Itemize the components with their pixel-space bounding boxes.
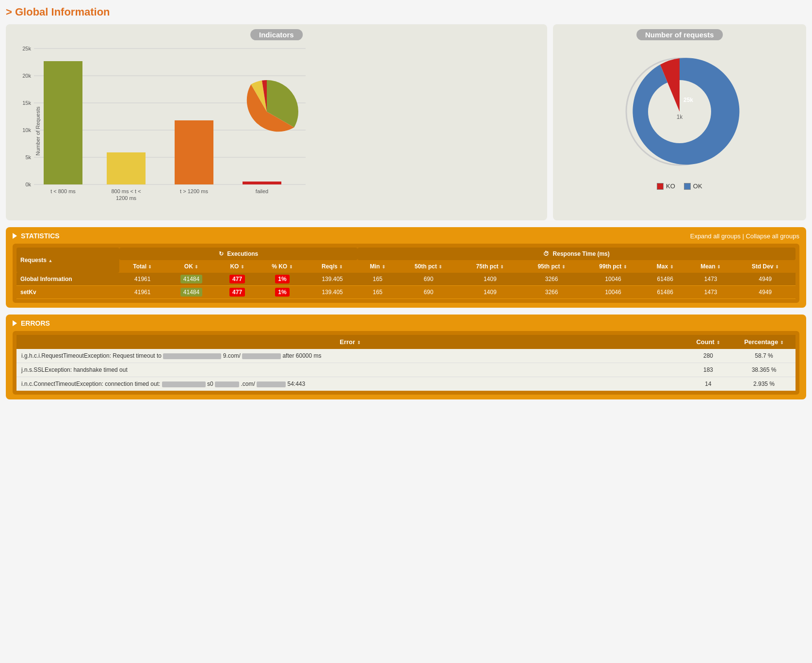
global-reqs: 139.405 (307, 273, 357, 286)
statistics-section: STATISTICS Expand all groups | Collapse … (6, 227, 806, 308)
col-reqs-header[interactable]: Req/s ⇕ (307, 260, 357, 273)
pie-chart-inset (247, 80, 298, 132)
table-row: setKv 41961 41484 477 1% 139.405 165 690… (16, 286, 796, 299)
global-mean: 1473 (686, 273, 735, 286)
y-axis-container: Number of Requests (13, 49, 34, 214)
col-mean-header[interactable]: Mean ⇕ (686, 260, 735, 273)
global-stddev: 4949 (735, 273, 796, 286)
stats-table: Requests ▲ ↻ Executions ⏱ Response Time … (16, 248, 796, 299)
masked-url-3b (215, 381, 239, 387)
error-pct-3: 2.935 % (732, 377, 796, 391)
requests-chart-box: Number of requests 25k 1k KO (553, 24, 806, 220)
title-arrow: > (6, 6, 15, 18)
page-title: > Global Information (6, 6, 806, 18)
stats-expand-icon[interactable] (13, 233, 17, 239)
setkv-reqs: 139.405 (307, 286, 357, 299)
setkv-min: 165 (357, 286, 398, 299)
masked-url-3c (257, 381, 286, 387)
error-count-3: 14 (684, 377, 732, 391)
col-ok-header[interactable]: OK ⇕ (165, 260, 217, 273)
setkv-name: setKv (16, 286, 119, 299)
errors-expand-icon[interactable] (13, 320, 17, 326)
global-total: 41961 (119, 273, 165, 286)
errors-header: ERRORS (13, 319, 799, 327)
bar-failed (243, 182, 281, 184)
svg-text:t > 1200 ms: t > 1200 ms (180, 188, 208, 194)
masked-url-3a (162, 381, 206, 387)
col-max-header[interactable]: Max ⇕ (644, 260, 686, 273)
global-ko: 477 (217, 273, 258, 286)
global-pctko: 1% (258, 273, 308, 286)
ok-badge-2: 41484 (180, 288, 202, 297)
bar-t1200 (175, 120, 213, 184)
setkv-p99: 10046 (583, 286, 644, 299)
col-total-header[interactable]: Total ⇕ (119, 260, 165, 273)
col-p99-header[interactable]: 99th pct ⇕ (583, 260, 644, 273)
statistics-header: STATISTICS Expand all groups | Collapse … (13, 232, 799, 240)
col-error-header[interactable]: Error ⇕ (16, 335, 684, 349)
col-percentage-header[interactable]: Percentage ⇕ (732, 335, 796, 349)
requests-title: Number of requests (636, 29, 723, 40)
list-item: i.g.h.c.i.RequestTimeoutException: Reque… (16, 349, 796, 363)
svg-text:1k: 1k (676, 114, 683, 120)
col-p75-header[interactable]: 75th pct ⇕ (459, 260, 521, 273)
setkv-p95: 3266 (521, 286, 583, 299)
bar-chart-area: Number of Requests 0k 5k 10k 15k 20k 25k (13, 49, 540, 214)
charts-row: Indicators Number of Requests 0k 5k 10k … (6, 24, 806, 220)
setkv-max: 61486 (644, 286, 686, 299)
pctko-badge: 1% (275, 275, 289, 283)
col-p95-header[interactable]: 95th pct ⇕ (521, 260, 583, 273)
svg-text:1200 ms: 1200 ms (116, 195, 137, 201)
bar-chart-svg: 0k 5k 10k 15k 20k 25k t < 800 ms 800 ms … (34, 49, 315, 214)
donut-legend: KO OK (657, 182, 702, 190)
ko-badge: 477 (229, 275, 245, 283)
col-ko-header[interactable]: KO ⇕ (217, 260, 258, 273)
expand-all-link[interactable]: Expand all groups (690, 232, 741, 240)
statistics-header-left: STATISTICS (13, 232, 60, 240)
svg-text:t < 800 ms: t < 800 ms (50, 188, 76, 194)
collapse-all-link[interactable]: Collapse all groups (746, 232, 799, 240)
ok-label: OK (693, 182, 702, 190)
legend-ok: OK (684, 182, 702, 190)
donut-chart-wrap: 25k 1k KO OK (560, 49, 799, 190)
y-axis-label: Number of Requests (35, 107, 41, 156)
executions-group-header: ↻ Executions (119, 248, 357, 260)
bar-t800 (44, 61, 82, 184)
col-p50-header[interactable]: 50th pct ⇕ (398, 260, 459, 273)
error-text-3: i.n.c.ConnectTimeoutException: connectio… (16, 377, 684, 391)
errors-header-left: ERRORS (13, 319, 50, 327)
global-ok: 41484 (165, 273, 217, 286)
error-text-1: i.g.h.c.i.RequestTimeoutException: Reque… (16, 349, 684, 363)
stats-header-row-2: Total ⇕ OK ⇕ KO ⇕ % KO ⇕ Req/s ⇕ Min ⇕ 5… (16, 260, 796, 273)
col-pctko-header[interactable]: % KO ⇕ (258, 260, 308, 273)
svg-text:failed: failed (256, 188, 268, 194)
error-pct-1: 58.7 % (732, 349, 796, 363)
setkv-total: 41961 (119, 286, 165, 299)
bar-t800-1200 (107, 152, 146, 184)
statistics-header-right: Expand all groups | Collapse all groups (690, 232, 799, 240)
svg-text:25k: 25k (683, 97, 693, 103)
stats-table-wrap: Requests ▲ ↻ Executions ⏱ Response Time … (13, 244, 799, 303)
indicators-title: Indicators (250, 29, 303, 40)
setkv-ko: 477 (217, 286, 258, 299)
col-requests-header[interactable]: Requests ▲ (16, 248, 119, 273)
global-p50: 690 (398, 273, 459, 286)
setkv-p50: 690 (398, 286, 459, 299)
errors-table-wrap: Error ⇕ Count ⇕ Percentage ⇕ (13, 331, 799, 395)
col-stddev-header[interactable]: Std Dev ⇕ (735, 260, 796, 273)
global-max: 61486 (644, 273, 686, 286)
list-item: j.n.s.SSLException: handshake timed out … (16, 363, 796, 377)
svg-text:800 ms < t <: 800 ms < t < (111, 188, 141, 194)
setkv-pctko: 1% (258, 286, 308, 299)
ko-label: KO (666, 182, 675, 190)
global-p95: 3266 (521, 273, 583, 286)
pctko-badge-2: 1% (275, 288, 289, 297)
error-count-1: 280 (684, 349, 732, 363)
col-min-header[interactable]: Min ⇕ (357, 260, 398, 273)
donut-svg: 25k 1k (617, 49, 743, 175)
ok-swatch (684, 183, 691, 190)
col-count-header[interactable]: Count ⇕ (684, 335, 732, 349)
clock-icon: ⏱ (543, 250, 549, 257)
error-count-2: 183 (684, 363, 732, 377)
masked-url-1 (163, 353, 221, 359)
